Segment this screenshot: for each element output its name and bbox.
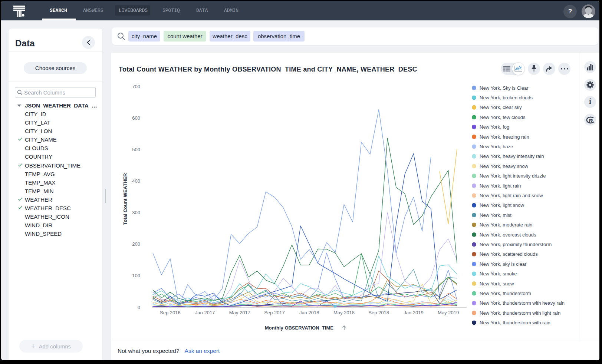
svg-text:New York, freezing rain: New York, freezing rain bbox=[480, 134, 529, 140]
svg-text:New York, thunderstorm: New York, thunderstorm bbox=[480, 291, 531, 296]
svg-text:New York, fog: New York, fog bbox=[480, 124, 509, 130]
svg-text:May 2017: May 2017 bbox=[229, 310, 250, 315]
svg-text:New York, overcast clouds: New York, overcast clouds bbox=[480, 232, 536, 238]
svg-text:New York, snow: New York, snow bbox=[480, 281, 514, 287]
svg-text:New York, few clouds: New York, few clouds bbox=[480, 115, 526, 120]
svg-text:Jan 2019: Jan 2019 bbox=[404, 310, 424, 315]
svg-text:Sep 2017: Sep 2017 bbox=[264, 310, 285, 315]
svg-text:Sep 2016: Sep 2016 bbox=[160, 310, 181, 315]
svg-text:New York, light snow: New York, light snow bbox=[480, 202, 524, 208]
svg-text:New York, heavy snow: New York, heavy snow bbox=[480, 163, 528, 169]
svg-text:300: 300 bbox=[132, 210, 140, 215]
svg-text:600: 600 bbox=[132, 115, 140, 121]
svg-text:May 2018: May 2018 bbox=[333, 310, 355, 315]
svg-text:New York, moderate rain: New York, moderate rain bbox=[480, 222, 532, 228]
svg-text:Monthly OBSERVATION_TIME: Monthly OBSERVATION_TIME bbox=[265, 325, 333, 331]
svg-text:New York, thunderstorm with ra: New York, thunderstorm with rain bbox=[480, 320, 550, 325]
svg-text:New York, thunderstorm with li: New York, thunderstorm with light rain bbox=[480, 310, 560, 316]
svg-text:700: 700 bbox=[132, 84, 140, 89]
svg-text:Jan 2018: Jan 2018 bbox=[299, 310, 319, 315]
svg-text:100: 100 bbox=[132, 273, 140, 278]
svg-text:Jan 2017: Jan 2017 bbox=[195, 310, 215, 315]
svg-text:New York, mist: New York, mist bbox=[480, 212, 511, 218]
svg-text:500: 500 bbox=[132, 147, 140, 152]
svg-text:R: R bbox=[589, 118, 593, 124]
svg-text:New York, proximity thundersto: New York, proximity thunderstorm bbox=[480, 242, 552, 247]
svg-text:Sep 2018: Sep 2018 bbox=[368, 310, 389, 315]
svg-text:New York, light intensity driz: New York, light intensity drizzle bbox=[480, 173, 546, 179]
svg-text:New York, Sky is Clear: New York, Sky is Clear bbox=[480, 85, 529, 91]
svg-text:400: 400 bbox=[132, 178, 140, 184]
svg-text:New York, sky is clear: New York, sky is clear bbox=[480, 261, 527, 267]
svg-text:Total Count WEATHER: Total Count WEATHER bbox=[122, 173, 128, 225]
svg-text:New York, scattered clouds: New York, scattered clouds bbox=[480, 251, 538, 257]
svg-text:May 2019: May 2019 bbox=[438, 310, 459, 315]
svg-text:New York, heavy intensity rain: New York, heavy intensity rain bbox=[480, 153, 544, 159]
svg-text:New York, light rain: New York, light rain bbox=[480, 183, 521, 189]
svg-text:New York, light rain and snow: New York, light rain and snow bbox=[480, 193, 543, 198]
svg-text:New York, haze: New York, haze bbox=[480, 144, 513, 149]
svg-text:New York, thunderstorm with he: New York, thunderstorm with heavy rain bbox=[480, 300, 565, 306]
svg-text:0: 0 bbox=[138, 305, 140, 310]
svg-text:New York, broken clouds: New York, broken clouds bbox=[480, 95, 533, 100]
svg-text:New York, clear sky: New York, clear sky bbox=[480, 105, 522, 110]
svg-text:200: 200 bbox=[132, 241, 140, 247]
svg-text:New York, smoke: New York, smoke bbox=[480, 271, 517, 277]
